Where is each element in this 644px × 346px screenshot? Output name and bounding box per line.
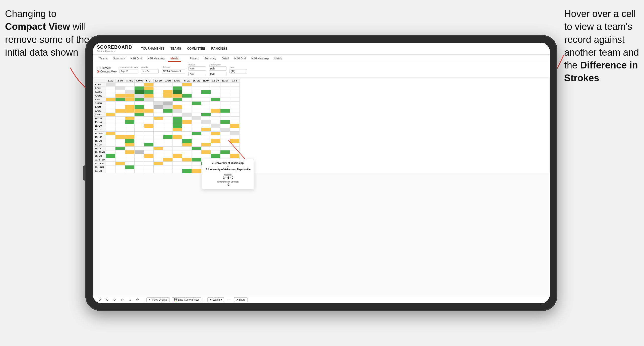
annotation-left-bold: Compact View (5, 21, 70, 32)
col-4-unc: 4. UNC (135, 79, 144, 83)
redo-button[interactable]: ↻ (104, 297, 110, 302)
tab-players-h2h-grid[interactable]: H2H Grid (232, 56, 248, 62)
tab-players-h2h-heatmap[interactable]: H2H Heatmap (249, 56, 271, 62)
nav-teams[interactable]: TEAMS (170, 46, 181, 51)
filters-row: Full View Compact View Max teams in view… (93, 62, 550, 78)
content-area[interactable]: 1. AU 2. VU 3. ASU 4. UNC 5. UT 6. FSU 7… (93, 78, 550, 296)
row-15-uf: 15. UF (94, 135, 240, 139)
tooltip-record-label: Record: (206, 174, 251, 176)
compact-view-label: Compact View (100, 70, 116, 73)
compact-view-option[interactable]: Compact View (97, 70, 116, 73)
tab-players-detail[interactable]: Detail (219, 56, 231, 62)
tab-players-summary[interactable]: Summary (202, 56, 219, 62)
region-select-1[interactable]: N/A (188, 66, 206, 71)
tablet-frame: SCOREBOARD Powered by clippd TOURNAMENTS… (85, 35, 557, 311)
tooltip-record-value: 1 - 4 - 0 (206, 176, 251, 180)
region-select-2[interactable]: N/A (188, 72, 206, 76)
zoom-out-button[interactable]: ⊖ (120, 297, 125, 302)
team-select[interactable]: (All) (229, 69, 247, 73)
row-20-ug: 20. UG (94, 154, 240, 158)
tab-matrix[interactable]: Matrix (168, 56, 181, 62)
team-label: Team (229, 66, 247, 69)
filter-max-teams: Max teams in view Top 50 (120, 66, 138, 73)
timer-button[interactable]: ⏱ (135, 297, 140, 302)
share-label: Share (239, 298, 246, 301)
gender-label: Gender (141, 66, 159, 69)
top-nav: SCOREBOARD Powered by clippd TOURNAMENTS… (93, 43, 550, 55)
col-3-asu: 3. ASU (125, 79, 135, 83)
watch-icon: 👁 (210, 298, 212, 301)
row-13-ut: 13. UT (94, 128, 240, 132)
filter-conference: Conference (All) (All) (209, 63, 226, 76)
view-original-icon: 👁 (149, 298, 151, 301)
nav-tournaments[interactable]: TOURNAMENTS (141, 46, 164, 51)
col-2-vu: 2. VU (115, 79, 125, 83)
more-options-button[interactable]: ⋯ (226, 297, 232, 302)
annotation-left-line1: Changing to (5, 9, 56, 19)
tablet-screen: SCOREBOARD Powered by clippd TOURNAMENTS… (93, 43, 550, 303)
annotation-left: Changing to Compact View will remove som… (5, 8, 89, 59)
col-8-uaf: 8. UAF (173, 79, 182, 83)
view-original-label: View: Original (152, 298, 167, 301)
share-icon: ↗ (236, 298, 238, 301)
share-button[interactable]: ↗ Share (234, 297, 248, 302)
col-7-um: 7. UM (163, 79, 173, 83)
filter-gender: Gender Men's (141, 66, 159, 73)
gender-select[interactable]: Men's (141, 69, 159, 73)
undo-button[interactable]: ↺ (97, 297, 102, 302)
view-original-button[interactable]: 👁 View: Original (146, 297, 170, 302)
nav-rankings[interactable]: RANKINGS (211, 46, 227, 51)
view-options: Full View Compact View (97, 67, 116, 73)
full-view-option[interactable]: Full View (97, 67, 116, 69)
watch-chevron-icon: ▾ (221, 298, 222, 301)
tooltip-strokes-value: -2 (206, 183, 251, 187)
row-2-vu: 2. VU (94, 86, 240, 90)
max-teams-label: Max teams in view (120, 66, 138, 69)
filter-team: Team (All) (229, 66, 247, 73)
conference-label: Conference (209, 63, 226, 66)
compact-view-radio[interactable] (97, 70, 99, 73)
conference-select-1[interactable]: (All) (209, 66, 226, 71)
max-teams-select[interactable]: Top 50 (120, 69, 138, 73)
annotation-right: Hover over a cell to view a team's recor… (564, 8, 639, 85)
tooltip-team1: 7. University of Mississippi (206, 162, 251, 164)
col-6-fsu: 6. FSU (154, 79, 163, 83)
toolbar-divider-1 (143, 298, 143, 302)
conference-select-2[interactable]: (All) (209, 72, 226, 76)
refresh-button[interactable]: ⟳ (112, 297, 118, 302)
sub-nav: Teams Summary H2H Grid H2H Heatmap Matri… (93, 55, 550, 62)
bottom-toolbar: ↺ ↻ ⟳ ⊖ ⊕ ⏱ 👁 View: Original 💾 Save Cust… (93, 296, 550, 303)
tab-players[interactable]: Players (187, 56, 201, 62)
save-custom-button[interactable]: 💾 Save Custom View (172, 297, 201, 302)
region-label: Region (188, 63, 206, 66)
tablet-side-button (83, 165, 85, 181)
tab-summary[interactable]: Summary (110, 56, 127, 62)
watch-label: Watch (213, 298, 220, 301)
nav-committee[interactable]: COMMITTEE (187, 46, 205, 51)
tab-h2h-grid[interactable]: H2H Grid (128, 56, 144, 62)
row-5-ut: 5. UT (94, 98, 240, 102)
toolbar-divider-2 (204, 298, 204, 302)
watch-button[interactable]: 👁 Watch ▾ (207, 297, 224, 302)
tab-teams[interactable]: Teams (97, 56, 110, 62)
row-6-fsu: 6. FSU (94, 102, 240, 105)
row-8-uaf: 8. UAF (94, 109, 240, 113)
logo-area: SCOREBOARD Powered by clippd (97, 45, 132, 52)
save-icon: 💾 (174, 298, 177, 301)
tab-h2h-heatmap[interactable]: H2H Heatmap (145, 56, 167, 62)
col-9-ua: 9. UA (182, 79, 192, 83)
tooltip-strokes-label: Difference in Strokes: (206, 181, 251, 183)
logo-text: SCOREBOARD (97, 45, 132, 50)
full-view-label: Full View (100, 67, 110, 69)
col-11-ua: 11. UA (201, 79, 211, 83)
division-label: Division (162, 66, 185, 69)
tab-players-matrix[interactable]: Matrix (272, 56, 284, 62)
zoom-in-button[interactable]: ⊕ (127, 297, 133, 302)
col-header-empty (94, 79, 106, 83)
col-13-ut: 13. UT (220, 79, 230, 83)
col-10-uw: 10. UW (192, 79, 201, 83)
division-select[interactable]: NCAA Division I (162, 69, 185, 73)
full-view-radio[interactable] (97, 67, 99, 69)
tooltip-popup: 7. University of Mississippi vs 8. Unive… (202, 159, 254, 189)
nav-items: TOURNAMENTS TEAMS COMMITTEE RANKINGS (141, 46, 227, 51)
